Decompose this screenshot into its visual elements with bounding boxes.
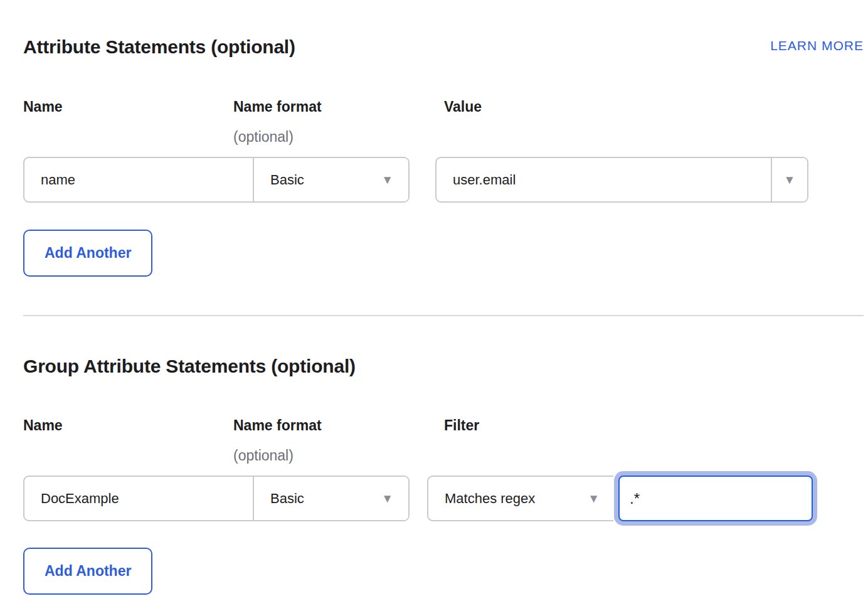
name-format-column-label: Name format xyxy=(233,98,444,115)
filter-value-input[interactable] xyxy=(618,476,813,521)
attribute-name-format-selected: Basic xyxy=(270,172,304,188)
group-name-column-header-cell: Name xyxy=(23,417,233,464)
filter-column-label: Filter xyxy=(444,417,864,434)
name-format-optional-hint: (optional) xyxy=(233,128,444,146)
value-column-header-cell: Value xyxy=(444,98,864,146)
filter-type-select[interactable]: Matches regex ▼ xyxy=(427,476,613,521)
group-column-headers: Name Name format (optional) Filter xyxy=(23,417,864,464)
name-column-header-cell: Name xyxy=(23,98,233,146)
attribute-statements-header: Attribute Statements (optional) LEARN MO… xyxy=(23,36,864,58)
attribute-name-input[interactable] xyxy=(24,158,253,201)
group-attribute-statement-row: Basic ▼ Matches regex ▼ xyxy=(23,476,864,521)
chevron-down-icon: ▼ xyxy=(381,492,393,504)
attribute-statements-title: Attribute Statements (optional) xyxy=(23,36,295,58)
filter-type-selected: Matches regex xyxy=(445,491,535,507)
name-column-label: Name xyxy=(23,98,233,115)
learn-more-link[interactable]: LEARN MORE xyxy=(770,38,864,54)
attribute-name-format-select[interactable]: Basic ▼ xyxy=(254,158,408,201)
group-name-format-column-label: Name format xyxy=(233,417,444,434)
saml-settings-panel: Attribute Statements (optional) LEARN MO… xyxy=(0,0,868,595)
attribute-name-group: Basic ▼ xyxy=(23,157,410,203)
group-name-format-optional-hint: (optional) xyxy=(233,447,444,464)
attribute-column-headers: Name Name format (optional) Value xyxy=(23,98,864,146)
section-divider xyxy=(23,315,864,316)
group-attribute-statements-title: Group Attribute Statements (optional) xyxy=(23,356,864,377)
attribute-statement-row: Basic ▼ ▼ xyxy=(23,157,864,203)
chevron-down-icon: ▼ xyxy=(381,174,393,186)
group-name-group: Basic ▼ xyxy=(23,476,410,521)
attribute-value-dropdown-toggle[interactable]: ▼ xyxy=(772,158,807,201)
group-name-format-select[interactable]: Basic ▼ xyxy=(254,477,408,520)
add-another-group-attribute-button[interactable]: Add Another xyxy=(23,548,152,595)
value-column-label: Value xyxy=(444,98,864,115)
group-name-format-column-header-cell: Name format (optional) xyxy=(233,417,444,464)
name-format-column-header-cell: Name format (optional) xyxy=(233,98,444,146)
attribute-value-input[interactable] xyxy=(437,158,771,201)
add-another-attribute-button[interactable]: Add Another xyxy=(23,230,152,277)
group-name-input[interactable] xyxy=(24,477,253,520)
attribute-value-group: ▼ xyxy=(435,157,808,203)
filter-column-header-cell: Filter xyxy=(444,417,864,464)
chevron-down-icon: ▼ xyxy=(588,492,600,504)
group-name-column-label: Name xyxy=(23,417,233,434)
chevron-down-icon: ▼ xyxy=(784,174,796,186)
group-name-format-selected: Basic xyxy=(270,491,304,507)
